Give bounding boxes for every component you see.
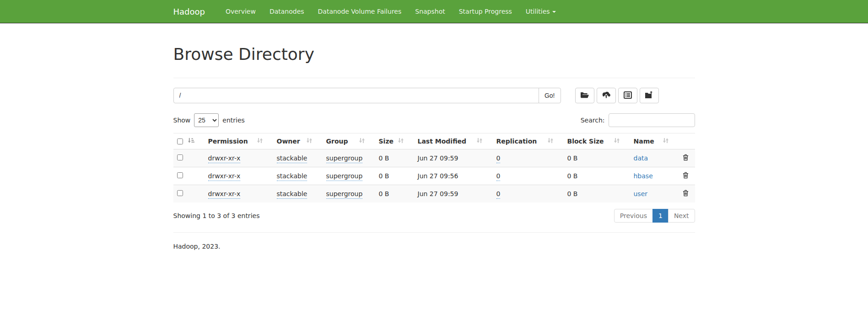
directory-table: Permission Owner Group Size bbox=[173, 133, 695, 202]
page-title: Browse Directory bbox=[173, 44, 695, 64]
utilities-label: Utilities bbox=[526, 8, 550, 15]
pagination-previous-button[interactable]: Previous bbox=[614, 209, 653, 223]
column-header-group[interactable]: Group bbox=[323, 133, 375, 149]
search-input[interactable] bbox=[609, 113, 695, 127]
page-size-select[interactable]: 25 bbox=[194, 113, 219, 127]
footer-text: Hadoop, 2023. bbox=[173, 243, 695, 250]
block-size-cell: 0 B bbox=[567, 172, 578, 180]
directory-link[interactable]: data bbox=[634, 154, 648, 162]
sort-both-icon bbox=[398, 138, 404, 145]
row-checkbox[interactable] bbox=[177, 172, 183, 178]
table-row: drwxr-xr-x stackable supergroup 0 B Jun … bbox=[173, 185, 695, 203]
brand-hadoop[interactable]: Hadoop bbox=[173, 7, 205, 16]
delete-button[interactable] bbox=[683, 154, 689, 161]
group-cell[interactable]: supergroup bbox=[326, 154, 363, 163]
go-button[interactable]: Go! bbox=[539, 88, 561, 103]
footer-divider bbox=[173, 232, 695, 233]
pagination: Previous 1 Next bbox=[614, 209, 695, 223]
nav-dropdown-utilities[interactable]: Utilities bbox=[519, 0, 563, 23]
column-header-block-size[interactable]: Block Size bbox=[564, 133, 630, 149]
caret-down-icon bbox=[552, 11, 556, 13]
last-modified-cell: Jun 27 09:59 bbox=[418, 190, 458, 197]
owner-cell[interactable]: stackable bbox=[277, 172, 307, 181]
folder-open-icon bbox=[580, 91, 589, 100]
directory-link[interactable]: user bbox=[634, 190, 648, 197]
sort-both-icon bbox=[476, 138, 483, 145]
delete-button[interactable] bbox=[683, 172, 689, 179]
column-header-replication[interactable]: Replication bbox=[493, 133, 564, 149]
sort-both-icon bbox=[306, 138, 313, 145]
permission-cell[interactable]: drwxr-xr-x bbox=[208, 172, 241, 181]
replication-cell[interactable]: 0 bbox=[496, 154, 501, 163]
column-header-owner[interactable]: Owner bbox=[273, 133, 323, 149]
replication-cell[interactable]: 0 bbox=[496, 190, 501, 199]
sort-both-icon bbox=[614, 138, 620, 145]
folder-move-icon bbox=[645, 91, 654, 100]
directory-action-buttons bbox=[575, 88, 659, 103]
size-cell: 0 B bbox=[379, 172, 389, 180]
table-controls: Show 25 entries Search: bbox=[173, 113, 695, 127]
cut-and-paste-button[interactable] bbox=[618, 88, 637, 103]
trash-icon bbox=[683, 173, 689, 180]
nav-item-datanodes[interactable]: Datanodes bbox=[263, 0, 311, 23]
nav-item-datanode-volume-failures[interactable]: Datanode Volume Failures bbox=[311, 0, 409, 23]
trash-icon bbox=[683, 191, 689, 198]
entries-label: entries bbox=[222, 117, 245, 124]
sort-both-icon bbox=[663, 138, 669, 145]
nav-item-startup-progress[interactable]: Startup Progress bbox=[452, 0, 519, 23]
list-alt-icon bbox=[624, 91, 632, 100]
delete-button[interactable] bbox=[683, 190, 689, 197]
size-cell: 0 B bbox=[379, 154, 389, 162]
directory-path-input[interactable] bbox=[173, 88, 539, 103]
path-input-group: Go! bbox=[173, 88, 561, 103]
table-row: drwxr-xr-x stackable supergroup 0 B Jun … bbox=[173, 149, 695, 167]
row-checkbox[interactable] bbox=[177, 154, 183, 160]
permission-cell[interactable]: drwxr-xr-x bbox=[208, 190, 241, 199]
search-control: Search: bbox=[581, 113, 695, 127]
size-cell: 0 B bbox=[379, 190, 389, 197]
table-header-row: Permission Owner Group Size bbox=[173, 133, 695, 149]
group-cell[interactable]: supergroup bbox=[326, 190, 363, 199]
column-header-actions bbox=[679, 133, 695, 149]
path-bar: Go! bbox=[173, 88, 695, 103]
table-footer: Showing 1 to 3 of 3 entries Previous 1 N… bbox=[173, 209, 695, 223]
pagination-next-button[interactable]: Next bbox=[668, 209, 695, 223]
create-directory-button[interactable] bbox=[575, 88, 594, 103]
column-header-size[interactable]: Size bbox=[375, 133, 414, 149]
column-header-last-modified[interactable]: Last Modified bbox=[414, 133, 493, 149]
last-modified-cell: Jun 27 09:59 bbox=[418, 154, 458, 162]
upload-files-button[interactable] bbox=[597, 88, 616, 103]
nav-item-overview[interactable]: Overview bbox=[219, 0, 263, 23]
replication-cell[interactable]: 0 bbox=[496, 172, 501, 181]
block-size-cell: 0 B bbox=[567, 154, 578, 162]
select-all-checkbox[interactable] bbox=[177, 138, 183, 144]
row-checkbox[interactable] bbox=[177, 190, 183, 196]
show-label: Show bbox=[173, 117, 191, 124]
move-directory-button[interactable] bbox=[640, 88, 659, 103]
top-navbar: Hadoop Overview Datanodes Datanode Volum… bbox=[0, 0, 868, 23]
page-length-control: Show 25 entries bbox=[173, 113, 245, 127]
sort-ascending-icon[interactable] bbox=[188, 138, 194, 145]
pagination-page-1-button[interactable]: 1 bbox=[652, 209, 669, 223]
search-label: Search: bbox=[581, 117, 605, 124]
page-header: Browse Directory bbox=[173, 44, 695, 78]
owner-cell[interactable]: stackable bbox=[277, 154, 307, 163]
trash-icon bbox=[683, 155, 689, 162]
last-modified-cell: Jun 27 09:56 bbox=[418, 172, 458, 180]
table-row: drwxr-xr-x stackable supergroup 0 B Jun … bbox=[173, 167, 695, 185]
nav-links: Overview Datanodes Datanode Volume Failu… bbox=[219, 0, 563, 23]
block-size-cell: 0 B bbox=[567, 190, 578, 197]
cloud-upload-icon bbox=[601, 91, 611, 100]
sort-both-icon bbox=[359, 138, 365, 145]
permission-cell[interactable]: drwxr-xr-x bbox=[208, 154, 241, 163]
directory-link[interactable]: hbase bbox=[634, 172, 653, 180]
sort-both-icon bbox=[257, 138, 263, 145]
owner-cell[interactable]: stackable bbox=[277, 190, 307, 199]
nav-item-snapshot[interactable]: Snapshot bbox=[408, 0, 452, 23]
sort-both-icon bbox=[547, 138, 554, 145]
group-cell[interactable]: supergroup bbox=[326, 172, 363, 181]
column-header-name[interactable]: Name bbox=[630, 133, 679, 149]
column-header-permission[interactable]: Permission bbox=[205, 133, 273, 149]
entries-info: Showing 1 to 3 of 3 entries bbox=[173, 212, 260, 219]
